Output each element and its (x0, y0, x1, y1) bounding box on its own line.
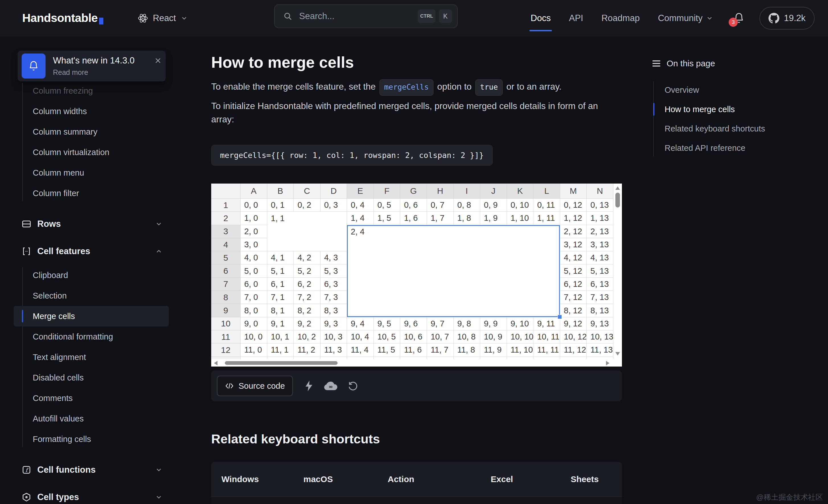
col-header-D[interactable]: D (321, 183, 347, 199)
grid-corner[interactable] (211, 183, 241, 199)
grid-cell[interactable]: 5, 1 (267, 264, 294, 278)
grid-cell[interactable]: 6, 3 (321, 278, 347, 291)
grid-cell[interactable]: 1, 12 (560, 212, 587, 225)
sidebar-item-autofill-values[interactable]: Autofill values (14, 408, 169, 429)
vertical-scrollbar[interactable] (613, 183, 622, 367)
grid-cell[interactable]: 11, 13 (587, 343, 613, 356)
grid-cell[interactable]: 7, 1 (267, 291, 294, 304)
github-stars-button[interactable]: 19.2k (759, 7, 815, 30)
sidebar-item-conditional-formatting[interactable]: Conditional formatting (14, 326, 169, 347)
row-header-1[interactable]: 1 (211, 199, 241, 212)
toc-item-related-keyboard-shortcuts[interactable]: Related keyboard shortcuts (651, 119, 794, 138)
sidebar-item-formatting-cells[interactable]: Formatting cells (14, 429, 169, 449)
grid-cell[interactable]: 6, 2 (294, 278, 321, 291)
grid-cell[interactable]: 1, 5 (374, 212, 401, 225)
col-header-A[interactable]: A (241, 183, 267, 199)
close-icon[interactable] (154, 57, 162, 64)
col-header-M[interactable]: M (560, 183, 587, 199)
grid-cell[interactable]: 10, 2 (294, 330, 321, 343)
grid-cell[interactable]: 7, 3 (321, 291, 347, 304)
horizontal-scroll-thumb[interactable] (225, 361, 338, 365)
col-header-H[interactable]: H (427, 183, 454, 199)
grid-cell[interactable]: 9, 10 (507, 317, 534, 330)
grid-cell[interactable]: 8, 0 (241, 304, 267, 317)
grid-cell[interactable]: 2, 12 (560, 225, 587, 238)
grid-cell[interactable]: 7, 0 (241, 291, 267, 304)
grid-cell[interactable]: 0, 8 (454, 199, 481, 212)
col-header-K[interactable]: K (507, 183, 534, 199)
sidebar-item-column-filter[interactable]: Column filter (14, 183, 169, 204)
grid-cell[interactable]: 1, 10 (507, 212, 534, 225)
grid-cell[interactable]: 1, 4 (347, 212, 374, 225)
sidebar-item-selection[interactable]: Selection (14, 286, 169, 306)
grid-cell[interactable]: 10, 11 (533, 330, 560, 343)
sidebar-item-disabled-cells[interactable]: Disabled cells (14, 367, 169, 388)
source-code-button[interactable]: Source code (217, 376, 293, 396)
sidebar-item-text-alignment[interactable]: Text alignment (14, 347, 169, 367)
sidebar-item-merge-cells[interactable]: Merge cells (14, 306, 169, 326)
row-header-3[interactable]: 3 (211, 225, 241, 238)
toc-item-how-to-merge-cells[interactable]: How to merge cells (651, 99, 794, 119)
col-header-B[interactable]: B (267, 183, 294, 199)
reset-icon[interactable] (348, 381, 358, 391)
grid-cell[interactable]: 0, 3 (321, 199, 347, 212)
grid-cell[interactable]: 4, 12 (560, 251, 587, 264)
sidebar-section-cell-features[interactable]: Cell features (14, 238, 169, 265)
grid-cell[interactable]: 0, 13 (587, 199, 613, 212)
grid-cell[interactable]: 6, 0 (241, 278, 267, 291)
sidebar-section-rows[interactable]: Rows (14, 210, 169, 238)
grid-cell[interactable]: 5, 0 (241, 264, 267, 278)
row-header-2[interactable]: 2 (211, 212, 241, 225)
grid-cell[interactable]: 10, 4 (347, 330, 374, 343)
col-header-I[interactable]: I (454, 183, 481, 199)
grid-cell[interactable]: 4, 0 (241, 251, 267, 264)
sidebar-item-column-virtualization[interactable]: Column virtualization (14, 142, 169, 163)
grid-cell[interactable]: 0, 2 (294, 199, 321, 212)
row-header-10[interactable]: 10 (211, 317, 241, 330)
grid-cell[interactable]: 9, 13 (587, 317, 613, 330)
scroll-left-arrow[interactable] (214, 361, 217, 366)
grid-cell[interactable]: 10, 5 (374, 330, 401, 343)
grid-cell[interactable]: 9, 11 (533, 317, 560, 330)
grid-cell[interactable]: 7, 13 (587, 291, 613, 304)
grid-cell[interactable]: 11, 10 (507, 343, 534, 356)
toc-item-overview[interactable]: Overview (651, 80, 794, 99)
grid-cell[interactable]: 6, 12 (560, 278, 587, 291)
grid-cell[interactable]: 0, 9 (480, 199, 507, 212)
grid-cell[interactable]: 4, 13 (587, 251, 613, 264)
notifications-bell[interactable]: 3 (733, 12, 745, 24)
col-header-E[interactable]: E (347, 183, 374, 199)
search-input[interactable]: Search... CTRL K (274, 4, 458, 28)
bolt-icon[interactable] (305, 380, 314, 391)
sidebar-item-column-freezing[interactable]: Column freezing (14, 81, 169, 101)
grid-cell[interactable]: 10, 6 (400, 330, 427, 343)
horizontal-scrollbar[interactable] (211, 359, 613, 367)
grid-cell[interactable]: 1, 11 (533, 212, 560, 225)
grid-cell[interactable]: 0, 1 (267, 199, 294, 212)
scroll-up-arrow[interactable] (615, 186, 620, 190)
grid-cell[interactable]: 9, 12 (560, 317, 587, 330)
col-header-C[interactable]: C (294, 183, 321, 199)
sidebar-item-column-widths[interactable]: Column widths (14, 101, 169, 122)
grid-cell[interactable]: 8, 12 (560, 304, 587, 317)
grid-cell[interactable]: 10, 3 (321, 330, 347, 343)
grid-cell[interactable]: 7, 2 (294, 291, 321, 304)
grid-cell[interactable]: 9, 7 (427, 317, 454, 330)
nav-link-roadmap[interactable]: Roadmap (600, 13, 641, 23)
grid-cell[interactable]: 11, 12 (560, 343, 587, 356)
grid-cell[interactable]: 8, 3 (321, 304, 347, 317)
row-header-7[interactable]: 7 (211, 278, 241, 291)
scroll-right-arrow[interactable] (606, 361, 609, 366)
grid-cell[interactable]: 11, 9 (480, 343, 507, 356)
vertical-scroll-thumb[interactable] (615, 193, 620, 207)
col-header-N[interactable]: N (587, 183, 613, 199)
scroll-down-arrow[interactable] (615, 352, 620, 355)
grid-cell[interactable]: 11, 11 (533, 343, 560, 356)
sidebar-item-comments[interactable]: Comments (14, 388, 169, 408)
grid-cell[interactable]: 2, 0 (241, 225, 267, 238)
grid-cell[interactable]: 4, 2 (294, 251, 321, 264)
grid-cell[interactable]: 6, 1 (267, 278, 294, 291)
grid-cell[interactable]: 0, 12 (560, 199, 587, 212)
grid-cell[interactable]: 11, 1 (267, 343, 294, 356)
row-header-9[interactable]: 9 (211, 304, 241, 317)
